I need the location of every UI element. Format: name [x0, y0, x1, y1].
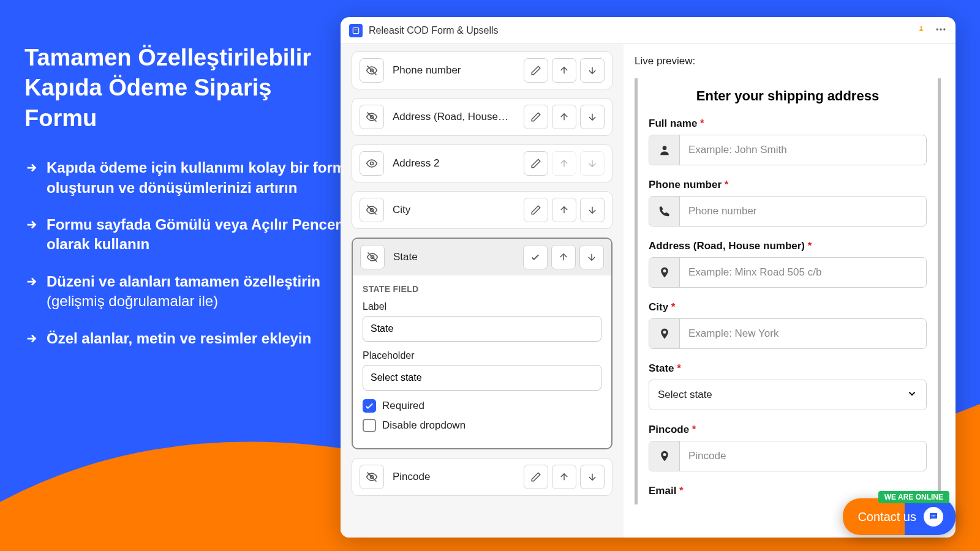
label-label: Label: [363, 301, 601, 312]
up-button[interactable]: [552, 151, 576, 176]
edit-button[interactable]: [524, 198, 548, 222]
up-button[interactable]: [552, 105, 576, 129]
svg-point-3: [940, 28, 941, 30]
arrow-icon: [24, 274, 38, 312]
svg-point-9: [371, 162, 374, 165]
bullet-text: Kapıda ödeme için kullanımı kolay bir fo…: [47, 158, 349, 198]
app-logo: [349, 24, 363, 37]
edit-button[interactable]: [524, 105, 548, 129]
preview-input[interactable]: Example: New York: [680, 319, 926, 348]
field-label: Address 2: [390, 157, 518, 170]
edit-button[interactable]: [524, 151, 548, 176]
pin-icon: [649, 258, 680, 287]
eye-off-icon[interactable]: [360, 245, 385, 269]
preview-field-label: City *: [649, 301, 927, 313]
up-button[interactable]: [551, 245, 576, 269]
field-card: Address 2: [352, 144, 612, 182]
pin-icon: [649, 441, 680, 471]
edit-button[interactable]: [524, 58, 548, 83]
field-card: Pincode: [352, 458, 612, 496]
field-card: City: [352, 191, 612, 229]
preview-input[interactable]: Phone number: [680, 197, 926, 226]
section-title: STATE FIELD: [363, 284, 601, 294]
down-button[interactable]: [580, 58, 605, 83]
field-label: Address (Road, House…: [390, 111, 518, 123]
chevron-down-icon: [907, 388, 918, 402]
pin-icon: [649, 319, 680, 348]
preview-field-label: Pincode *: [649, 424, 927, 436]
field-card: Address (Road, House…: [352, 98, 612, 136]
eye-off-icon[interactable]: [360, 465, 384, 489]
preview-heading: Enter your shipping address: [649, 88, 927, 104]
svg-rect-1: [355, 29, 358, 30]
live-preview-title: Live preview:: [635, 55, 941, 67]
svg-point-4: [943, 28, 945, 30]
promo-title: Tamamen Özelleştirilebilir Kapıda Ödeme …: [24, 43, 349, 133]
pin-icon[interactable]: [916, 24, 926, 37]
down-button[interactable]: [580, 105, 605, 129]
down-button[interactable]: [580, 151, 605, 176]
svg-point-19: [934, 515, 935, 517]
eye-off-icon[interactable]: [360, 198, 384, 222]
preview-input[interactable]: Example: Minx Road 505 c/b: [680, 258, 926, 287]
preview-select[interactable]: Select state: [649, 380, 927, 410]
required-label: Required: [382, 400, 424, 412]
disable-dropdown-label: Disable dropdown: [382, 419, 466, 432]
bullet-text: Özel alanlar, metin ve resimler ekleyin: [47, 329, 311, 350]
field-label: Phone number: [390, 64, 518, 77]
preview-field-label: State *: [649, 362, 927, 375]
field-card: State STATE FIELD Label Placeholder Requ…: [352, 238, 612, 449]
preview-field-label: Full name *: [649, 118, 927, 130]
up-button[interactable]: [552, 465, 576, 489]
arrow-icon: [24, 160, 38, 198]
eye-off-icon[interactable]: [360, 105, 384, 129]
field-label: Pincode: [390, 471, 518, 483]
app-window: Releasit COD Form & Upsells Phone number…: [341, 17, 956, 538]
down-button[interactable]: [579, 245, 604, 269]
eye-off-icon[interactable]: [360, 58, 384, 83]
app-title: Releasit COD Form & Upsells: [369, 25, 916, 36]
contact-us-button[interactable]: Contact us: [843, 498, 956, 535]
online-badge: WE ARE ONLINE: [878, 491, 949, 503]
down-button[interactable]: [580, 198, 605, 222]
eye-icon[interactable]: [360, 151, 384, 176]
placeholder-input[interactable]: [363, 365, 601, 391]
down-button[interactable]: [580, 465, 605, 489]
check-button[interactable]: [523, 245, 548, 269]
up-button[interactable]: [552, 58, 576, 83]
svg-point-17: [932, 515, 933, 517]
person-icon: [649, 135, 680, 165]
preview-input[interactable]: Example: John Smith: [680, 135, 926, 165]
preview-input[interactable]: Pincode: [680, 441, 926, 471]
svg-point-18: [933, 515, 934, 517]
disable-dropdown-checkbox[interactable]: [363, 419, 376, 432]
up-button[interactable]: [552, 198, 576, 222]
bullet-text: Düzeni ve alanları tamamen özelleştirin …: [47, 272, 349, 312]
edit-button[interactable]: [524, 465, 548, 489]
required-checkbox[interactable]: [363, 399, 376, 413]
arrow-icon: [24, 217, 38, 255]
preview-field-label: Address (Road, House number) *: [649, 240, 927, 252]
field-label: City: [390, 204, 518, 216]
chat-icon: [924, 507, 943, 527]
field-card: Phone number: [352, 51, 612, 89]
svg-rect-0: [353, 28, 358, 33]
label-input[interactable]: [363, 316, 601, 342]
placeholder-label: Placeholder: [363, 350, 601, 361]
bullet-text: Formu sayfada Gömülü veya Açılır Pencere…: [47, 215, 349, 255]
phone-icon: [649, 197, 680, 226]
more-icon[interactable]: [935, 23, 947, 38]
svg-point-16: [662, 146, 666, 150]
preview-field-label: Phone number *: [649, 179, 927, 191]
arrow-icon: [24, 331, 38, 350]
svg-point-2: [937, 28, 938, 30]
field-label: State: [391, 251, 517, 263]
